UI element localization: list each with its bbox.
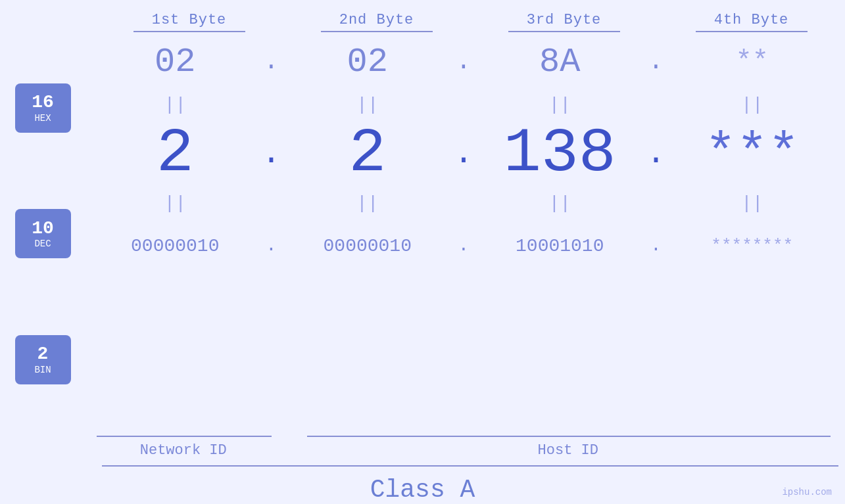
dec-badge-label: DEC xyxy=(34,239,51,249)
eq2-cell-3: || xyxy=(480,193,640,214)
bin-badge: 2 BIN xyxy=(15,335,71,384)
hex-val-2: 02 xyxy=(347,43,388,81)
eq2-cell-4: || xyxy=(673,193,833,214)
hex-dot-3: . xyxy=(640,49,673,74)
bin-val-4: ******** xyxy=(711,236,793,256)
grid-area: 16 HEX 10 DEC 2 BIN 02 . xyxy=(0,32,845,436)
bin-dot-3: . xyxy=(640,237,673,255)
dec-cell-3: 138 xyxy=(480,118,640,189)
bin-dot-2: . xyxy=(447,237,480,255)
hex-row: 02 . 02 . 8A . ** xyxy=(95,32,832,91)
bin-badge-number: 2 xyxy=(37,344,49,365)
full-bracket-line xyxy=(102,465,838,467)
bin-badge-label: BIN xyxy=(34,365,51,375)
dec-val-3: 138 xyxy=(504,118,616,189)
bin-cell-4: ******** xyxy=(673,236,833,256)
hex-val-1: 02 xyxy=(155,43,195,81)
host-bracket-line xyxy=(307,436,831,437)
dec-cell-2: 2 xyxy=(288,118,448,189)
bin-val-3: 10001010 xyxy=(516,236,604,256)
network-id-label: Network ID xyxy=(95,442,272,459)
eq-cell-1: || xyxy=(95,95,255,115)
hex-val-4: ** xyxy=(736,46,769,78)
byte4-label: 4th Byte xyxy=(658,12,845,28)
footer-text: ipshu.com xyxy=(782,487,832,497)
hex-badge: 16 HEX xyxy=(15,83,71,133)
bin-cell-2: 00000010 xyxy=(288,236,448,256)
bin-val-1: 00000010 xyxy=(131,236,219,256)
badges-column: 16 HEX 10 DEC 2 BIN xyxy=(0,32,85,436)
eq2-cell-2: || xyxy=(288,193,448,214)
dec-dot-1: . xyxy=(255,137,288,170)
hex-dot-1: . xyxy=(255,49,288,74)
header-row: 1st Byte 2nd Byte 3rd Byte 4th Byte xyxy=(0,12,845,28)
hex-cell-4: ** xyxy=(673,46,833,78)
hex-dot-2: . xyxy=(447,49,480,74)
bin-val-2: 00000010 xyxy=(324,236,412,256)
eq-cell-2: || xyxy=(288,95,448,115)
byte3-label: 3rd Byte xyxy=(470,12,658,28)
dec-cell-4: *** xyxy=(673,124,833,184)
dec-row: 2 . 2 . 138 . *** xyxy=(95,118,832,190)
dec-val-1: 2 xyxy=(157,118,194,189)
class-label: Class A xyxy=(0,476,845,504)
network-bracket-line xyxy=(97,436,272,437)
host-id-label: Host ID xyxy=(304,442,833,459)
hex-cell-3: 8A xyxy=(480,43,640,81)
equals-row-2: || || || || xyxy=(95,190,832,216)
eq-cell-3: || xyxy=(480,95,640,115)
id-labels-row: Network ID Host ID xyxy=(0,442,845,459)
bin-row: 00000010 . 00000010 . 10001010 . xyxy=(95,216,832,275)
eq-cell-4: || xyxy=(673,95,833,115)
dec-val-2: 2 xyxy=(349,118,386,189)
dec-badge-number: 10 xyxy=(32,219,54,239)
hex-badge-label: HEX xyxy=(34,113,51,124)
hex-cell-1: 02 xyxy=(95,43,255,81)
bin-cell-1: 00000010 xyxy=(95,236,255,256)
bytes-grid: 02 . 02 . 8A . ** xyxy=(0,32,845,436)
dec-dot-2: . xyxy=(447,137,480,170)
hex-val-3: 8A xyxy=(539,43,580,81)
hex-badge-number: 16 xyxy=(32,93,54,113)
dec-cell-1: 2 xyxy=(95,118,255,189)
hex-cell-2: 02 xyxy=(288,43,448,81)
bin-cell-3: 10001010 xyxy=(480,236,640,256)
bin-dot-1: . xyxy=(255,237,288,255)
dec-badge: 10 DEC xyxy=(15,209,71,258)
dec-dot-3: . xyxy=(640,137,673,170)
equals-row-1: || || || || xyxy=(95,91,832,118)
bottom-brackets-row xyxy=(0,436,845,437)
main-container: 1st Byte 2nd Byte 3rd Byte 4th Byte 16 H… xyxy=(0,0,845,504)
byte1-label: 1st Byte xyxy=(95,12,283,28)
eq2-cell-1: || xyxy=(95,193,255,214)
dec-val-4: *** xyxy=(705,124,800,184)
byte2-label: 2nd Byte xyxy=(283,12,470,28)
